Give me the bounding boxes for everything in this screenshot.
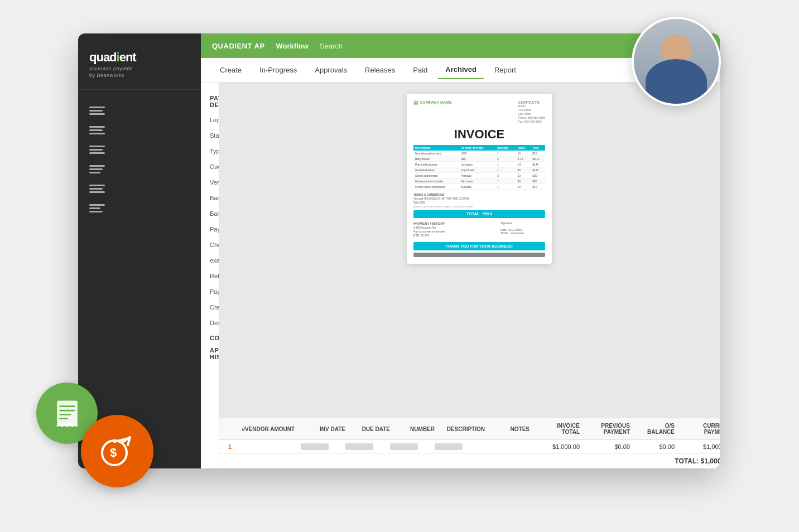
cell-desc <box>435 443 485 450</box>
ph-left: PAYMENT HISTORY 1-800 Account No: Pay at… <box>413 221 500 238</box>
col-invdate-header: INV DATE <box>301 426 345 432</box>
cell-currpay: $1,000.00 <box>675 443 720 450</box>
label-legal-entity: Legal Entity <box>210 117 219 123</box>
sidebar-nav <box>78 95 201 457</box>
table-data-row: 1 $1,000.00 $0.00 $0.00 $1,000.00 <box>219 440 720 454</box>
grand-total: TOTAL: $1,000.00 <box>219 454 720 468</box>
nav-icon-6 <box>89 204 105 212</box>
logo-sub1: accounts payable <box>89 66 190 71</box>
nav-icon-5 <box>89 185 105 193</box>
terms-section: TERMS & CONDITIONS You will ADVANCE IN, … <box>413 193 545 218</box>
tab-report[interactable]: Report <box>487 61 524 79</box>
tab-releases[interactable]: Releases <box>357 61 403 79</box>
content-body: PAYMENT DETAILS Legal Entity Status Type… <box>201 83 720 468</box>
workflow-nav[interactable]: Workflow <box>276 42 309 50</box>
label-example-list: exampleList <box>210 257 219 264</box>
tab-create[interactable]: Create <box>212 61 249 79</box>
sidebar-item-4[interactable] <box>78 159 201 179</box>
thankyou-bar: THANK YOU FOR YOUR BUSINESS! <box>413 242 545 250</box>
line <box>89 165 105 167</box>
placeholder <box>345 443 373 450</box>
table-row: Cream block compoundSlovakia110$10 <box>413 184 545 190</box>
receipt-svg <box>52 398 83 429</box>
th-description: Description <box>413 145 459 151</box>
cell-prevpay: $0.00 <box>580 443 630 450</box>
invoice-title: INVOICE <box>413 127 545 142</box>
form-panel: PAYMENT DETAILS Legal Entity Status Type… <box>201 83 219 468</box>
col-osbal-header: O/SBALANCE <box>630 423 675 435</box>
contacts-section: CONTACTS Name123 StreetCity, StatePhone:… <box>518 100 545 124</box>
cell-duedate <box>345 443 390 450</box>
terms-left: TERMS & CONDITIONS You will ADVANCE IN, … <box>413 193 545 218</box>
line <box>89 168 103 170</box>
cell-invtotal: $1,000.00 <box>530 443 580 450</box>
tab-approvals[interactable]: Approvals <box>307 61 355 79</box>
label-cheque-address: Cheque Address <box>210 241 219 248</box>
th-quantity: Quantity <box>495 145 516 151</box>
col-desc-header: DESCRIPTION <box>435 426 485 432</box>
label-owner: Owner <box>210 163 219 170</box>
tab-archived[interactable]: Archived <box>437 61 484 79</box>
ph-right: Signature: Date: 01.01.20XX TOTAL: some … <box>500 221 545 238</box>
line <box>89 129 103 131</box>
table-header-row: # VENDOR AMOUNT INV DATE DUE DATE NUMBER… <box>219 418 720 440</box>
label-payment-due-date: Payment Due Date <box>210 288 219 295</box>
payment-history: PAYMENT HISTORY 1-800 Account No: Pay at… <box>413 221 545 238</box>
svg-rect-0 <box>57 400 78 426</box>
line <box>89 211 103 212</box>
svg-text:$: $ <box>110 446 117 460</box>
line <box>89 146 105 147</box>
nav-icon-2 <box>89 126 105 134</box>
col-vendor-header: VENDOR AMOUNT <box>245 426 301 432</box>
label-type: Type <box>210 148 219 154</box>
col-hash-header: # <box>228 426 245 432</box>
app-window: quadient accounts payable by Beanworks <box>78 33 720 468</box>
line <box>89 172 100 173</box>
label-bank-code: Bank Code <box>210 195 219 201</box>
placeholder <box>301 443 329 450</box>
label-bank-name: Bank Name <box>210 210 219 217</box>
company-name: 🏢 COMPANY NAME <box>413 100 452 105</box>
logo-text: quadient <box>89 50 190 65</box>
line <box>89 107 105 108</box>
invoice-panel: 🏢 COMPANY NAME CONTACTS Name123 StreetCi… <box>219 83 720 418</box>
cashback-icon: $ <box>81 415 153 487</box>
contact-info: Name123 StreetCity, StatePhone: 555-555-… <box>518 104 545 124</box>
logo-sub2: by Beanworks <box>89 72 190 78</box>
search-nav[interactable]: Search <box>320 42 343 50</box>
col-currpay-header: CURRENTPAYMENT <box>675 423 720 435</box>
invoice-area: 🏢 COMPANY NAME CONTACTS Name123 StreetCi… <box>219 83 720 418</box>
sidebar-item-5[interactable] <box>78 179 201 199</box>
sidebar-item-2[interactable] <box>78 120 201 140</box>
cell-hash: 1 <box>228 443 245 450</box>
sidebar: quadient accounts payable by Beanworks <box>78 33 201 468</box>
label-description: Description <box>210 320 219 326</box>
sidebar-item-6[interactable] <box>78 199 201 218</box>
tab-in-progress[interactable]: In-Progress <box>252 61 305 79</box>
col-notes-header: NOTES <box>485 426 530 432</box>
content-right: 🏢 COMPANY NAME CONTACTS Name123 StreetCi… <box>219 83 720 468</box>
brand-name: QUADIENT AP <box>212 42 265 50</box>
invoice-preview: 🏢 COMPANY NAME CONTACTS Name123 StreetCi… <box>407 94 552 264</box>
col-prevpay-header: PREVIOUSPAYMENT <box>580 423 630 435</box>
cell-number <box>390 443 435 450</box>
line <box>89 133 105 134</box>
sidebar-item-3[interactable] <box>78 140 201 159</box>
cell-osbal: $0.00 <box>630 443 675 450</box>
nav-icon-1 <box>89 107 105 115</box>
th-country: Country of origin <box>459 145 495 151</box>
label-status: Status <box>210 132 219 139</box>
placeholder <box>390 443 418 450</box>
line <box>89 126 105 128</box>
main-content: QUADIENT AP Workflow Search Create In-Pr… <box>201 33 720 468</box>
tab-paid[interactable]: Paid <box>405 61 435 79</box>
total-badge: TOTAL 559 $ <box>413 210 545 218</box>
company-section: 🏢 COMPANY NAME <box>413 100 452 124</box>
sidebar-item-1[interactable] <box>78 101 201 120</box>
label-reference: Reference <box>210 273 219 279</box>
line <box>89 188 103 190</box>
line <box>89 185 105 186</box>
invoice-table: Description Country of origin Quantity V… <box>413 145 545 190</box>
person-body <box>646 59 707 104</box>
line <box>89 204 105 206</box>
